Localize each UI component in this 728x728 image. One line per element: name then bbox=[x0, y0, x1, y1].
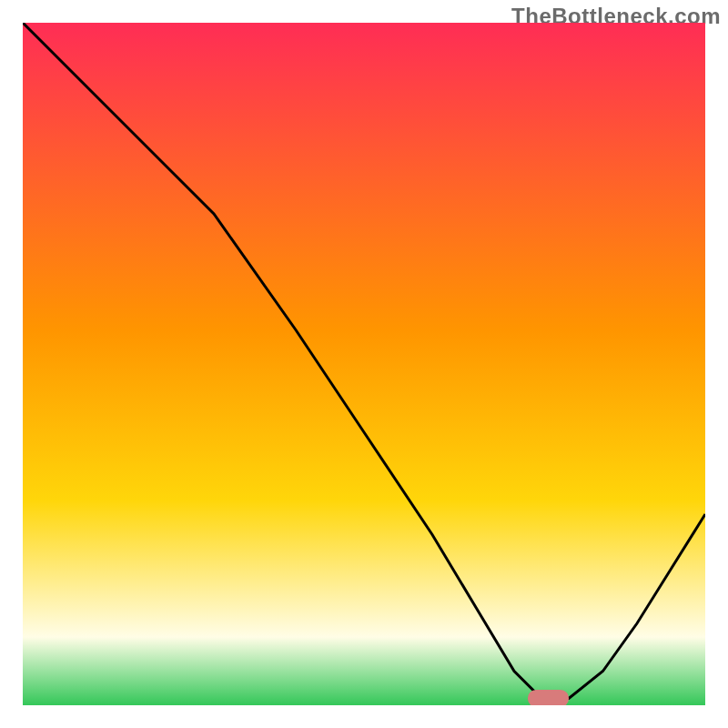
chart-svg bbox=[23, 23, 705, 705]
chart-frame: TheBottleneck.com bbox=[0, 0, 728, 728]
optimal-marker bbox=[528, 690, 569, 705]
